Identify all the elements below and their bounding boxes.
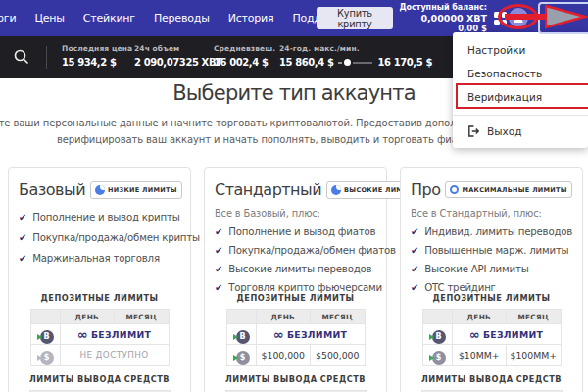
ticker-stats: Последняя цена 15 934,2 $ 24ч объем 2 09… (62, 44, 432, 68)
table-row: $ $10MM+ $100MM+ (422, 345, 561, 366)
nav-item-trading[interactable]: Торги (0, 12, 16, 24)
col-day: ДЕНЬ (452, 310, 507, 324)
nav-item-prices[interactable]: Цены (34, 12, 64, 24)
crypto-deposit-icon: B (429, 330, 446, 344)
menu-item-security[interactable]: Безопасность (453, 62, 588, 85)
nav-item-history[interactable]: История (228, 12, 274, 24)
verification-highlight-annotation (456, 83, 588, 109)
annotation-arrow-shaft (505, 14, 550, 20)
check-icon: ✔ (411, 282, 418, 293)
price-range-slider (338, 59, 372, 66)
deposit-limits-table: ДЕНЬ МЕСЯЦ B ∞БЕЗЛИМИТ $ $100,000 $500,0… (226, 309, 366, 366)
withdraw-limits-title: ЛИМИТЫ ВЫВОДА СРЕДСТВ (9, 374, 190, 384)
check-icon: ✔ (215, 264, 222, 274)
crypto-deposit-icon: B (37, 330, 54, 344)
infinity-icon: ∞ (77, 327, 88, 342)
limit-gauge-icon (450, 185, 459, 194)
balance-label: Доступный баланс: (390, 3, 487, 13)
infinity-icon: ∞ (273, 327, 284, 342)
crypto-exchange-screen: Торги Цены Стейкинг Переводы История Под… (0, 0, 588, 392)
col-day: ДЕНЬ (60, 310, 115, 324)
feature-item: ✔Высокие API лимиты (411, 264, 576, 274)
table-row: B ∞БЕЗЛИМИТ (30, 324, 169, 345)
search-icon[interactable] (13, 48, 30, 66)
col-month: МЕСЯЦ (311, 310, 366, 324)
buy-crypto-button[interactable]: Купить крипту (317, 7, 393, 29)
stat-volume: 24ч объем 2 090,07325 ХВТ (134, 44, 214, 68)
limits-badge: НИЗКИЕ ЛИМИТЫ (90, 181, 182, 199)
stat-24h-range: 24-год. макс./мин. 15 860,4 $ 16 170,5 $ (279, 44, 432, 68)
feature-item: ✔Маржинальная торговля (19, 253, 184, 264)
limits-badge: МАКСИМАЛЬНЫЕ ЛИМИТЫ (445, 181, 571, 198)
crypto-deposit-icon: B (233, 330, 250, 344)
check-icon: ✔ (411, 245, 418, 256)
menu-item-logout[interactable]: Выход (453, 120, 588, 143)
check-icon: ✔ (411, 264, 418, 274)
fiat-deposit-icon: $ (429, 351, 446, 365)
check-icon: ✔ (215, 282, 222, 293)
nav-item-transfers[interactable]: Переводы (154, 12, 210, 24)
card-intro: Все в Базовый, плюс: (215, 208, 386, 219)
menu-item-settings[interactable]: Настройки (453, 38, 588, 62)
deposit-limits-title: ДЕПОЗИТНЫЕ ЛИМИТЫ (205, 293, 386, 303)
table-row: $ $100,000 $500,000 (226, 345, 365, 366)
check-icon: ✔ (411, 226, 418, 237)
feature-item: ✔Повышенные марж. лимиты (411, 245, 576, 256)
ticker-divider (46, 46, 47, 69)
balance-crypto-value: 0,00000 ХВТ (390, 13, 487, 24)
check-icon: ✔ (215, 226, 222, 237)
logout-icon (467, 125, 480, 137)
annotation-arrow-head (545, 2, 588, 31)
feature-item: ✔Покупка/продажа/обмен фиатов (215, 245, 380, 256)
card-intro: Все в Стандартный, плюс: (411, 208, 582, 219)
limit-gauge-icon (95, 185, 105, 195)
deposit-limits-title: ДЕПОЗИТНЫЕ ЛИМИТЫ (9, 293, 190, 303)
range-low: 15 860,4 $ (279, 57, 333, 68)
col-month: МЕСЯЦ (507, 310, 562, 324)
feature-item: ✔Пополнение и вывод крипты (19, 212, 184, 222)
feature-list: ✔Индивид. лимиты переводов ✔Повышенные м… (401, 226, 582, 293)
feature-item: ✔Покупка/продажа/обмен крипты (19, 232, 184, 243)
withdraw-limits-title: ЛИМИТЫ ВЫВОДА СРЕДСТВ (401, 374, 582, 384)
range-high: 16 170,5 $ (377, 57, 431, 68)
feature-item: ✔Индивид. лимиты переводов (411, 226, 576, 237)
table-row: B ∞БЕЗЛИМИТ (226, 324, 365, 345)
check-icon: ✔ (19, 232, 26, 243)
card-title: Про (411, 180, 440, 199)
infinity-icon: ∞ (469, 327, 480, 342)
fiat-deposit-icon: $ (233, 351, 250, 365)
stat-weighted-avg: Средневзвеш. 16 002,4 $ (214, 44, 279, 68)
check-icon: ✔ (215, 245, 222, 256)
deposit-limits-title: ДЕПОЗИТНЫЕ ЛИМИТЫ (401, 293, 582, 303)
deposit-limits-table: ДЕНЬ МЕСЯЦ B ∞БЕЗЛИМИТ $ НЕ ДОСТУПНО (30, 309, 170, 366)
feature-item: ✔Торговля крипто фьючерсами (215, 282, 380, 293)
menu-divider (453, 115, 588, 116)
table-row: $ НЕ ДОСТУПНО (30, 345, 169, 366)
fiat-deposit-icon-disabled: $ (37, 351, 54, 365)
main-nav: Торги Цены Стейкинг Переводы История Под… (0, 0, 357, 36)
card-title: Стандартный (215, 180, 321, 199)
withdraw-limits-title: ЛИМИТЫ ВЫВОДА СРЕДСТВ (205, 374, 386, 384)
feature-item: ✔Высокие лимиты переводов (215, 264, 380, 274)
card-title: Базовый (19, 180, 85, 199)
feature-list: ✔Пополнение и вывод крипты ✔Покупка/прод… (9, 212, 190, 264)
account-card-basic[interactable]: Базовый НИЗКИЕ ЛИМИТЫ ✔Пополнение и выво… (8, 167, 191, 392)
feature-item: ✔Пополнение и вывод фиатов (215, 226, 380, 237)
stat-last-price: Последняя цена 15 934,2 $ (62, 44, 134, 68)
account-card-pro[interactable]: Про МАКСИМАЛЬНЫЕ ЛИМИТЫ Все в Стандартны… (400, 167, 583, 392)
table-row: B ∞БЕЗЛИМИТ (422, 324, 561, 345)
balance-display: Доступный баланс: 0,00000 ХВТ 0,00 $ (390, 3, 487, 33)
col-month: МЕСЯЦ (115, 310, 170, 324)
check-icon: ✔ (19, 253, 26, 264)
feature-item: ✔OTC трейдинг (411, 282, 576, 293)
limit-gauge-icon (331, 185, 341, 195)
nav-item-staking[interactable]: Стейкинг (83, 12, 135, 24)
deposit-limits-table: ДЕНЬ МЕСЯЦ B ∞БЕЗЛИМИТ $ $10MM+ $100MM+ (422, 309, 562, 366)
account-card-standard[interactable]: Стандартный ВЫСОКИЕ ЛИМИТЫ Все в Базовый… (204, 167, 387, 392)
feature-list: ✔Пополнение и вывод фиатов ✔Покупка/прод… (205, 226, 386, 293)
check-icon: ✔ (19, 212, 26, 222)
col-day: ДЕНЬ (256, 310, 311, 324)
